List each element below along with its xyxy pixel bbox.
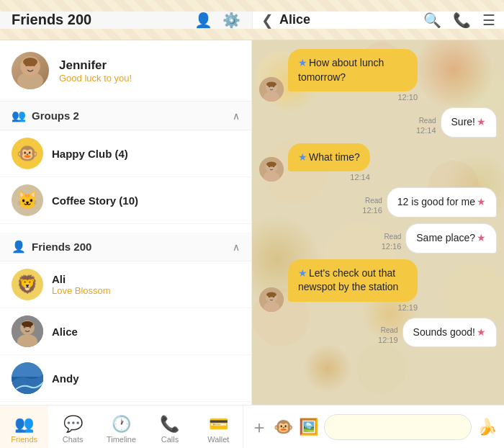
- group-name: Happy Club (4): [52, 148, 128, 160]
- main-content: Jennifer Good luck to you! 👥 Groups 2 ∧ …: [0, 40, 504, 405]
- list-item[interactable]: 🦁 Ali Love Blossom: [0, 261, 251, 308]
- avatar: 🐵: [12, 138, 43, 169]
- message-row: ★How about lunch tomorrow? 12:10: [259, 49, 497, 102]
- message-bubble: ★What time?: [288, 143, 370, 172]
- tab-timeline[interactable]: 🕐 Timeline: [97, 406, 145, 448]
- message-time: 12:14: [416, 126, 436, 135]
- friends-section-header[interactable]: 👤 Friends 200 ∧: [0, 233, 251, 261]
- message-bubble-wrapper: ★What time? 12:14: [288, 143, 370, 182]
- message-text: What time?: [309, 151, 360, 163]
- add-button[interactable]: ＋: [251, 416, 268, 439]
- list-item[interactable]: Alice: [0, 308, 251, 355]
- friends-chevron: ∧: [233, 241, 240, 253]
- message-bubble: Sounds good!★: [402, 318, 497, 348]
- header-left: Friends 200 👤 ⚙️: [0, 12, 252, 29]
- list-item[interactable]: Andy: [0, 355, 251, 402]
- tab-bar-left: 👥 Friends 💬 Chats 🕐 Timeline 📞 Calls 💳 W…: [0, 406, 243, 448]
- group-name: Coffee Story (10): [52, 194, 138, 207]
- message-row: ★What time? 12:14: [259, 143, 497, 182]
- message-text: Let's check out that newspot by the stat…: [298, 267, 398, 293]
- message-time: 12:10: [288, 93, 418, 102]
- svg-point-41: [266, 292, 276, 297]
- message-text: Sure!: [451, 116, 475, 127]
- search-icon[interactable]: 🔍: [423, 12, 441, 29]
- back-icon[interactable]: ❮: [261, 12, 274, 29]
- tab-chats[interactable]: 💬 Chats: [48, 406, 96, 448]
- friend-name: Andy: [52, 372, 79, 385]
- avatar: [12, 315, 43, 347]
- message-text: 12 is good for me: [397, 196, 475, 207]
- message-bubble: Sure!★: [441, 107, 497, 138]
- list-item-info: Happy Club (4): [52, 148, 128, 160]
- photo-button[interactable]: 🖼️: [299, 418, 318, 436]
- message-avatar: [259, 287, 284, 312]
- list-item[interactable]: 🦊 April: [0, 402, 251, 405]
- friends-tab-label: Friends: [11, 435, 37, 444]
- message-avatar: [259, 157, 284, 182]
- list-item-info: Ali Love Blossom: [52, 273, 111, 296]
- profile-name: Jennifer: [59, 58, 132, 73]
- profile-info: Jennifer Good luck to you!: [59, 58, 132, 84]
- sidebar: Jennifer Good luck to you! 👥 Groups 2 ∧ …: [0, 40, 252, 405]
- chat-messages: ★How about lunch tomorrow? 12:10 Read 12…: [252, 40, 504, 405]
- list-item-info: Coffee Story (10): [52, 194, 138, 207]
- svg-point-29: [266, 82, 276, 87]
- read-label: Read: [419, 117, 436, 125]
- star-icon: ★: [298, 267, 307, 279]
- message-time: 12:19: [378, 336, 398, 344]
- phone-icon[interactable]: 📞: [453, 12, 471, 29]
- settings-icon[interactable]: ⚙️: [222, 12, 240, 29]
- friend-name: Ali: [52, 273, 111, 285]
- read-label: Read: [365, 197, 382, 205]
- message-bubble-wrapper: ★Let's check out that newspot by the sta…: [288, 259, 418, 312]
- wallet-tab-icon: 💳: [209, 415, 228, 434]
- tab-wallet[interactable]: 💳 Wallet: [194, 406, 243, 448]
- svg-point-11: [22, 321, 33, 327]
- message-row: ★Let's check out that newspot by the sta…: [259, 259, 497, 312]
- header: Friends 200 👤 ⚙️ ❮ Alice 🔍 📞 ☰: [0, 0, 504, 40]
- friends-title: Friends 200: [32, 241, 233, 253]
- chat-input[interactable]: [324, 414, 472, 440]
- star-icon: ★: [477, 196, 486, 207]
- friends-icon: 👤: [12, 240, 26, 254]
- chat-header-icons: 🔍 📞 ☰: [423, 12, 495, 29]
- star-icon: ★: [298, 57, 307, 68]
- header-right: ❮ Alice 🔍 📞 ☰: [252, 12, 504, 29]
- message-meta: Read 12:16: [362, 197, 382, 215]
- chats-tab-label: Chats: [63, 435, 84, 444]
- star-icon: ★: [477, 116, 486, 127]
- message-row: Read 12:16 Same place?★: [259, 223, 497, 254]
- add-friend-icon[interactable]: 👤: [194, 12, 212, 29]
- timeline-tab-label: Timeline: [107, 435, 136, 444]
- message-time: 12:16: [382, 242, 402, 251]
- avatar: 🐱: [12, 184, 43, 216]
- calls-tab-label: Calls: [161, 435, 179, 444]
- read-label: Read: [381, 326, 398, 334]
- message-text: Same place?: [416, 232, 475, 243]
- message-meta: Read 12:14: [416, 117, 436, 135]
- list-item[interactable]: 🐱 Coffee Story (10): [0, 177, 251, 224]
- message-text: Sounds good!: [413, 326, 475, 338]
- spacer: [0, 224, 251, 233]
- svg-point-5: [23, 58, 37, 66]
- sticker-button[interactable]: 🐵: [274, 418, 293, 436]
- chat-title: Alice: [279, 12, 423, 27]
- menu-icon[interactable]: ☰: [482, 12, 495, 29]
- avatar: [12, 362, 43, 394]
- header-content: Friends 200 👤 ⚙️ ❮ Alice 🔍 📞 ☰: [0, 0, 504, 40]
- tab-calls[interactable]: 📞 Calls: [145, 406, 194, 448]
- friends-tab-icon: 👥: [14, 415, 34, 434]
- message-text: How about lunch tomorrow?: [298, 57, 384, 83]
- tab-friends[interactable]: 👥 Friends: [0, 406, 48, 448]
- list-item[interactable]: 🐵 Happy Club (4): [0, 130, 251, 177]
- message-meta: Read 12:16: [382, 233, 402, 251]
- list-item-info: Andy: [52, 372, 79, 385]
- groups-icon: 👥: [12, 109, 26, 122]
- mic-button[interactable]: 🍌: [477, 418, 497, 436]
- calls-tab-icon: 📞: [160, 415, 179, 434]
- message-row: Read 12:14 Sure!★: [259, 107, 497, 138]
- profile-section[interactable]: Jennifer Good luck to you!: [0, 40, 251, 102]
- svg-point-35: [266, 162, 276, 167]
- star-icon: ★: [298, 151, 307, 163]
- groups-section-header[interactable]: 👥 Groups 2 ∧: [0, 102, 251, 130]
